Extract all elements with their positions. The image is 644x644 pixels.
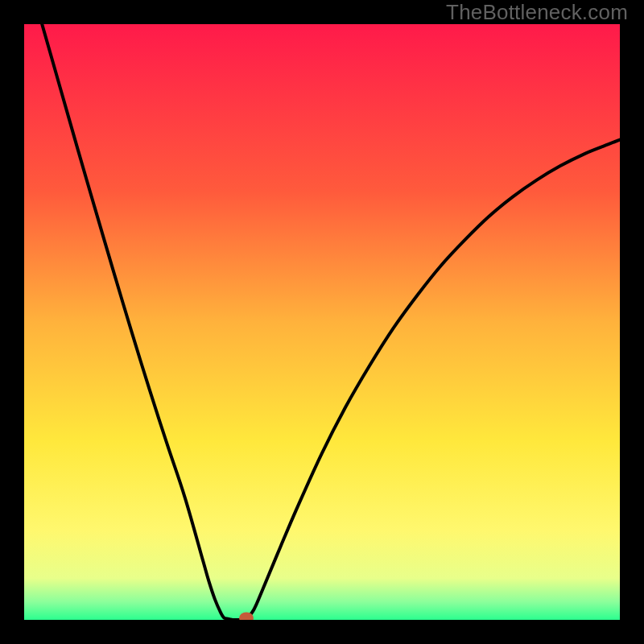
chart-svg <box>24 24 620 620</box>
chart-frame: TheBottleneck.com <box>0 0 644 644</box>
gradient-background <box>24 24 620 620</box>
chart-plot <box>24 24 620 620</box>
watermark-text: TheBottleneck.com <box>446 0 628 25</box>
